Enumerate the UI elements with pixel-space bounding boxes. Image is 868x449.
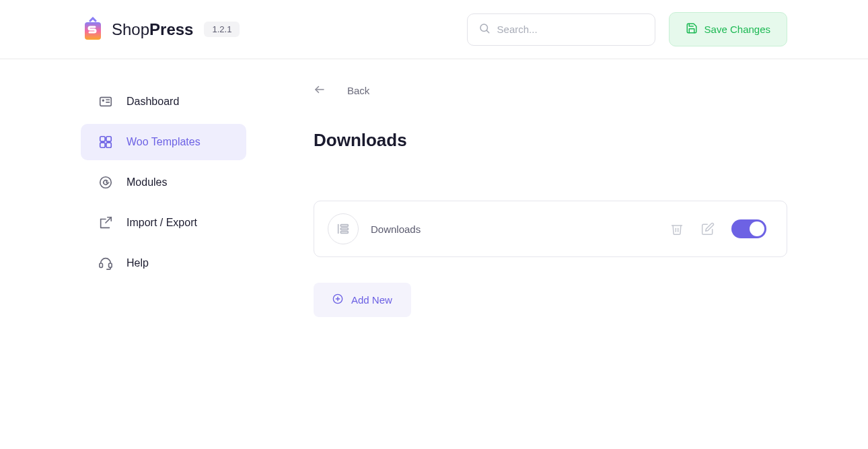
modules-icon xyxy=(98,175,113,190)
template-name: Downloads xyxy=(371,223,421,235)
template-row-actions xyxy=(670,219,766,238)
search-input[interactable] xyxy=(497,24,644,35)
header: ShopPress 1.2.1 xyxy=(0,0,868,59)
sidebar-item-label: Modules xyxy=(126,176,167,188)
svg-point-11 xyxy=(100,177,112,188)
sidebar-item-dashboard[interactable]: Dashboard xyxy=(81,83,246,120)
add-new-button[interactable]: Add New xyxy=(314,283,411,317)
sidebar-item-label: Help xyxy=(126,257,149,269)
svg-rect-19 xyxy=(340,232,348,234)
template-icon xyxy=(328,213,359,244)
main-content: Back Downloads Downloads xyxy=(314,83,787,317)
template-row-left: Downloads xyxy=(328,213,421,244)
template-toggle[interactable] xyxy=(731,219,766,238)
save-icon xyxy=(686,22,698,36)
search-icon xyxy=(478,22,491,37)
back-link[interactable]: Back xyxy=(314,83,787,98)
sidebar-item-modules[interactable]: Modules xyxy=(81,164,246,201)
logo-icon xyxy=(81,17,106,42)
svg-line-12 xyxy=(106,217,111,223)
svg-rect-10 xyxy=(106,143,111,147)
save-changes-button[interactable]: Save Changes xyxy=(669,12,787,46)
toggle-knob xyxy=(750,221,764,236)
version-badge: 1.2.1 xyxy=(204,22,240,37)
svg-rect-18 xyxy=(340,228,348,230)
sidebar-item-label: Dashboard xyxy=(126,96,179,108)
sidebar-item-label: Woo Templates xyxy=(126,136,201,148)
add-new-label: Add New xyxy=(351,294,392,306)
logo: ShopPress xyxy=(81,17,193,42)
svg-rect-9 xyxy=(100,143,105,147)
back-label: Back xyxy=(347,85,369,96)
import-export-icon xyxy=(98,215,113,230)
save-button-label: Save Changes xyxy=(704,24,770,35)
plus-circle-icon xyxy=(332,293,343,306)
arrow-left-icon xyxy=(314,83,326,98)
page-title: Downloads xyxy=(314,130,787,151)
sidebar-item-label: Import / Export xyxy=(126,217,197,229)
svg-point-4 xyxy=(102,100,104,101)
svg-rect-8 xyxy=(106,137,111,141)
templates-icon xyxy=(98,135,113,149)
svg-rect-3 xyxy=(100,98,112,106)
sidebar: Dashboard Woo Templates xyxy=(81,83,246,317)
svg-rect-13 xyxy=(100,263,103,267)
sidebar-item-help[interactable]: Help xyxy=(81,245,246,281)
svg-rect-0 xyxy=(85,22,101,40)
header-actions: Save Changes xyxy=(467,12,787,46)
svg-rect-14 xyxy=(109,263,112,267)
help-icon xyxy=(98,256,113,271)
sidebar-item-woo-templates[interactable]: Woo Templates xyxy=(81,124,246,160)
delete-button[interactable] xyxy=(670,221,684,236)
sidebar-item-import-export[interactable]: Import / Export xyxy=(81,205,246,241)
svg-line-2 xyxy=(486,30,489,32)
brand-name: ShopPress xyxy=(112,20,193,39)
svg-rect-7 xyxy=(100,137,105,141)
search-box[interactable] xyxy=(467,13,655,46)
edit-button[interactable] xyxy=(700,221,715,236)
template-row: Downloads xyxy=(314,201,787,257)
svg-rect-17 xyxy=(340,225,348,227)
logo-area: ShopPress 1.2.1 xyxy=(81,17,240,42)
dashboard-icon xyxy=(98,94,113,109)
